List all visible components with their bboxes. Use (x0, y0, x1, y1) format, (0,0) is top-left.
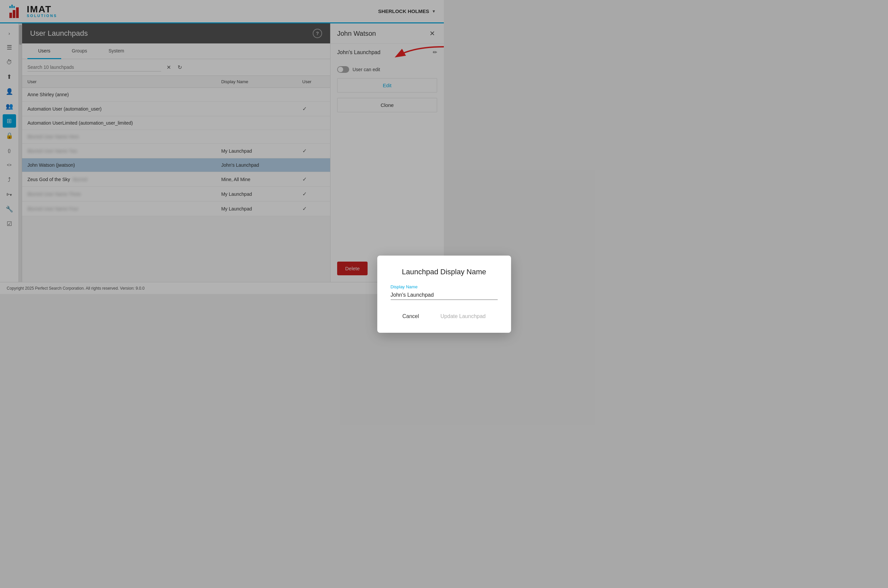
modal-title: Launchpad Display Name (391, 268, 444, 276)
modal-overlay: Launchpad Display Name Display Name Canc… (0, 0, 444, 294)
modal-dialog: Launchpad Display Name Display Name Canc… (377, 256, 444, 294)
modal-field-label: Display Name (391, 284, 444, 290)
display-name-input[interactable] (391, 291, 444, 294)
